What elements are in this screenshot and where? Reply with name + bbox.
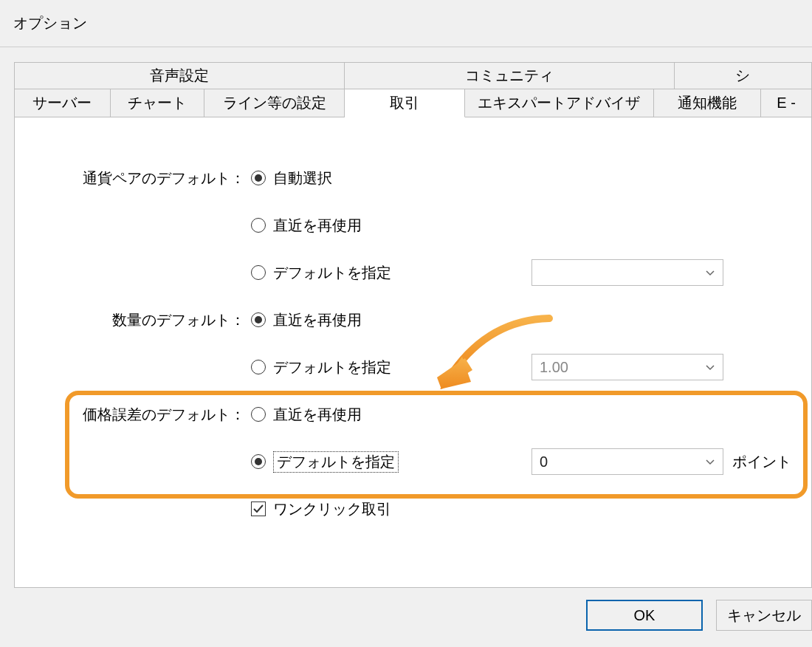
radio-label-deviation-reuse[interactable]: 直近を再使用	[273, 405, 362, 425]
radio-currency-reuse[interactable]	[251, 218, 266, 233]
radio-quantity-specify[interactable]	[251, 360, 266, 374]
label-currency-pair-default: 通貨ペアのデフォルト：	[15, 168, 251, 188]
radio-currency-auto[interactable]	[251, 171, 266, 185]
tab-chart[interactable]: チャート	[111, 89, 205, 117]
chevron-down-icon	[705, 267, 715, 278]
label-quantity-default: 数量のデフォルト：	[15, 310, 251, 330]
dialog-button-bar: OK キャンセル	[586, 600, 812, 637]
checkbox-label-oneclick-trade[interactable]: ワンクリック取引	[273, 499, 391, 519]
tab-truncated-1[interactable]: シ	[675, 63, 811, 89]
label-price-deviation-default: 価格誤差のデフォルト：	[15, 405, 251, 425]
radio-deviation-specify[interactable]	[251, 454, 266, 469]
radio-deviation-reuse[interactable]	[251, 407, 266, 422]
cancel-button[interactable]: キャンセル	[716, 600, 812, 631]
combo-quantity-value: 1.00	[540, 359, 568, 376]
tab-truncated-2[interactable]: E -	[761, 89, 811, 117]
radio-label-currency-reuse[interactable]: 直近を再使用	[273, 216, 362, 236]
combo-deviation-value: 0	[540, 453, 548, 470]
tab-notifications[interactable]: 通知機能	[654, 89, 762, 117]
tab-trade[interactable]: 取引	[345, 89, 466, 117]
radio-label-quantity-specify[interactable]: デフォルトを指定	[273, 357, 391, 377]
tab-community[interactable]: コミュニティ	[345, 63, 675, 89]
combo-deviation-default[interactable]: 0	[531, 448, 723, 475]
radio-currency-specify[interactable]	[251, 265, 266, 280]
window-title: オプション	[0, 0, 812, 47]
radio-quantity-reuse[interactable]	[251, 312, 266, 327]
ok-button[interactable]: OK	[586, 600, 703, 631]
chevron-down-icon	[705, 362, 715, 372]
radio-label-currency-specify[interactable]: デフォルトを指定	[273, 263, 391, 283]
tab-panel: 音声設定 コミュニティ シ サーバー チャート ライン等の設定 取引 エキスパー…	[14, 62, 812, 588]
tab-content-trade: 通貨ペアのデフォルト： 自動選択 直近を再使用	[15, 117, 811, 587]
checkbox-oneclick-trade[interactable]	[251, 501, 266, 516]
radio-label-currency-auto[interactable]: 自動選択	[273, 168, 332, 188]
tab-expert-advisor[interactable]: エキスパートアドバイザ	[465, 89, 653, 117]
radio-label-deviation-specify[interactable]: デフォルトを指定	[273, 451, 399, 473]
combo-quantity-default[interactable]: 1.00	[531, 354, 723, 380]
tab-server[interactable]: サーバー	[15, 89, 111, 117]
radio-label-quantity-reuse[interactable]: 直近を再使用	[273, 310, 362, 330]
tabs-row-lower: サーバー チャート ライン等の設定 取引 エキスパートアドバイザ 通知機能 E …	[15, 89, 811, 117]
tab-line-settings[interactable]: ライン等の設定	[204, 89, 344, 117]
combo-currency-default[interactable]	[531, 259, 723, 286]
tabs-row-upper: 音声設定 コミュニティ シ	[15, 63, 811, 89]
label-points-unit: ポイント	[732, 452, 791, 472]
chevron-down-icon	[705, 456, 715, 467]
tab-audio[interactable]: 音声設定	[15, 63, 345, 89]
